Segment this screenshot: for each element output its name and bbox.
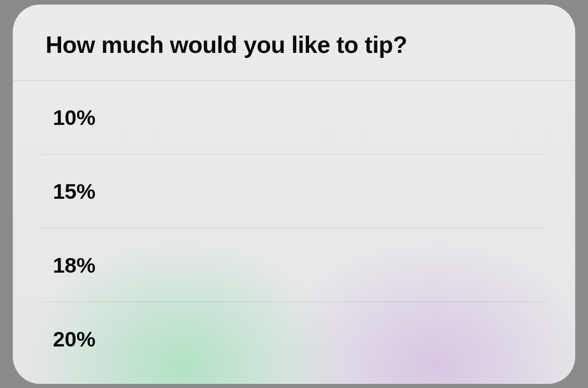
tip-option-label: 20%: [53, 326, 95, 352]
tip-option-label: 18%: [53, 253, 95, 278]
tip-option-20[interactable]: 20%: [42, 302, 546, 376]
dialog-title: How much would you like to tip?: [46, 31, 542, 58]
tip-option-label: 10%: [53, 105, 95, 130]
tip-option-15[interactable]: 15%: [42, 155, 546, 228]
dialog-header: How much would you like to tip?: [13, 5, 575, 81]
tip-option-10[interactable]: 10%: [42, 81, 546, 155]
tip-options-list: 10% 15% 18% 20%: [13, 81, 575, 376]
tip-option-label: 15%: [53, 179, 95, 204]
tip-selection-sheet: How much would you like to tip? 10% 15% …: [13, 5, 575, 384]
tip-option-18[interactable]: 18%: [42, 228, 546, 302]
